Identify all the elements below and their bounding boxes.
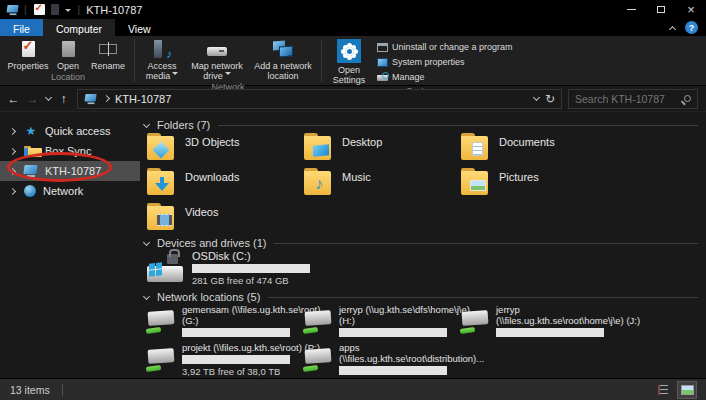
back-button[interactable]: ← — [4, 92, 23, 106]
ribbon-group-network: Access media Map network drive Add a net… — [135, 36, 321, 85]
manage-button[interactable]: Manage — [374, 70, 516, 84]
ribbon-group-location: Properties Open Rename Location — [2, 36, 134, 85]
breadcrumb-chevron-icon[interactable] — [103, 95, 110, 102]
map-network-drive-button[interactable]: Map network drive — [187, 39, 247, 81]
drive-name: OSDisk (C:) — [192, 250, 310, 262]
free-space-text: 3,92 TB free of 38,0 TB — [182, 366, 320, 377]
collapse-section-icon[interactable] — [143, 238, 150, 245]
network-tile-jerryp-h[interactable]: jerryp (\\ug.kth.se\dfs\home\j\e) (H:) — [303, 304, 458, 337]
forward-button[interactable]: → — [23, 92, 42, 106]
folder-tile-downloads[interactable]: Downloads — [146, 168, 298, 200]
ribbon-tab-row: File Computer View ? — [0, 19, 706, 36]
group-label-location: Location — [2, 71, 134, 85]
expand-chevron-icon[interactable] — [8, 129, 17, 134]
sidebar-item-network[interactable]: Network — [0, 181, 140, 201]
add-network-location-button[interactable]: Add a network location — [250, 39, 316, 81]
folder-tile-documents[interactable]: Documents — [460, 133, 612, 165]
qat-properties-icon[interactable] — [34, 4, 45, 15]
gear-icon — [345, 47, 354, 56]
tab-file[interactable]: File — [0, 19, 43, 36]
ribbon-group-system: Open Settings Uninstall or change a prog… — [322, 36, 521, 85]
address-dropdown-icon[interactable] — [533, 94, 540, 101]
picture-glyph-icon — [470, 180, 486, 191]
section-rule — [268, 297, 698, 298]
close-button[interactable]: × — [676, 0, 706, 19]
sidebar-item-quick-access[interactable]: ★ Quick access — [0, 121, 140, 141]
quick-access-star-icon: ★ — [24, 124, 38, 138]
uninstall-program-button[interactable]: Uninstall or change a program — [374, 40, 516, 54]
network-tile-jerryp-j[interactable]: jerryp (\\files.ug.kth.se\root\home\j\e)… — [460, 304, 615, 337]
section-rule — [218, 125, 698, 126]
status-bar: 13 items — [0, 378, 706, 400]
sidebar-item-this-pc[interactable]: KTH-10787 — [0, 161, 140, 181]
help-icon[interactable]: ? — [685, 21, 698, 34]
rename-button[interactable]: Rename — [87, 39, 129, 71]
breadcrumb[interactable]: KTH-10787 — [115, 93, 171, 105]
ribbon: Properties Open Rename Location Access m… — [0, 36, 706, 86]
folder-icon — [460, 133, 490, 161]
network-drive-icon — [460, 309, 490, 335]
this-pc-icon — [24, 165, 38, 177]
properties-button[interactable]: Properties — [7, 39, 49, 71]
drive-tile-osdisk[interactable]: OSDisk (C:) 281 GB free of 474 GB — [146, 250, 310, 286]
system-properties-button[interactable]: System properties — [374, 55, 516, 69]
network-drive-icon — [303, 347, 333, 373]
properties-icon — [22, 41, 35, 57]
folder-tile-desktop[interactable]: Desktop — [303, 133, 455, 165]
address-bar-row: ← → ↑ KTH-10787 ↻ — [0, 86, 706, 112]
address-field[interactable]: KTH-10787 ↻ — [77, 89, 562, 109]
qat-customize-caret-icon[interactable] — [65, 9, 71, 15]
refresh-icon[interactable]: ↻ — [545, 92, 555, 106]
explorer-window: | | KTH-10787 × File Computer View ? Pro… — [0, 0, 706, 400]
tab-view[interactable]: View — [115, 19, 164, 36]
qat-newfolder-icon[interactable] — [51, 4, 59, 15]
access-media-button[interactable]: Access media — [140, 39, 184, 81]
search-box[interactable] — [568, 89, 698, 109]
cube-glyph-icon — [153, 142, 170, 159]
network-drive-icon — [146, 309, 176, 335]
collapse-section-icon[interactable] — [143, 120, 150, 127]
capacity-bar — [182, 328, 290, 337]
document-glyph-icon — [472, 142, 483, 156]
up-button[interactable]: ↑ — [54, 92, 73, 106]
folder-tile-pictures[interactable]: Pictures — [460, 168, 612, 200]
tab-computer[interactable]: Computer — [43, 19, 115, 36]
folder-tile-videos[interactable]: Videos — [146, 203, 298, 235]
dropdown-caret-icon — [172, 72, 178, 78]
minimize-button[interactable] — [616, 0, 646, 19]
large-icons-view-button[interactable] — [678, 382, 696, 398]
main-area: ★ Quick access Box Sync KTH-10787 Networ… — [0, 112, 706, 378]
sidebar-item-box-sync[interactable]: Box Sync — [0, 141, 140, 161]
network-drive-icon — [146, 347, 176, 373]
recent-locations-icon[interactable] — [42, 95, 54, 102]
window-controls: × — [616, 0, 706, 19]
search-icon[interactable] — [684, 95, 691, 102]
search-input[interactable] — [575, 93, 684, 105]
large-icons-view-icon — [681, 385, 694, 395]
expand-chevron-icon[interactable] — [8, 169, 17, 174]
folder-icon — [460, 168, 490, 196]
qat-separator2: | — [78, 4, 81, 15]
collapse-section-icon[interactable] — [143, 292, 150, 299]
add-network-location-icon — [273, 41, 293, 57]
network-tile-projekt[interactable]: projekt (\\files.ug.kth.se\root) (P:) 3,… — [146, 342, 301, 377]
expand-chevron-icon[interactable] — [8, 189, 17, 194]
section-header-network-locations[interactable]: Network locations (5) — [144, 290, 698, 304]
capacity-bar — [496, 328, 604, 337]
open-settings-button[interactable]: Open Settings — [327, 39, 371, 85]
section-header-folders[interactable]: Folders (7) — [144, 118, 698, 132]
bitlocker-lock-icon — [167, 254, 178, 264]
network-drive-icon — [303, 309, 333, 335]
folder-tile-3d-objects[interactable]: 3D Objects — [146, 133, 298, 165]
details-view-button[interactable] — [654, 382, 672, 398]
network-globe-icon — [24, 185, 36, 197]
section-header-devices[interactable]: Devices and drives (1) — [144, 236, 698, 250]
network-tile-gemensam[interactable]: gemensam (\\files.ug.kth.se\root) (G:) — [146, 304, 301, 337]
folder-tile-music[interactable]: ♪ Music — [303, 168, 455, 200]
collapse-ribbon-icon[interactable] — [669, 25, 676, 32]
maximize-button[interactable] — [646, 0, 676, 19]
capacity-bar — [339, 328, 447, 337]
open-button[interactable]: Open — [52, 39, 84, 71]
expand-chevron-icon[interactable] — [8, 149, 17, 154]
network-tile-apps[interactable]: apps (\\files.ug.kth.se\root\distributio… — [303, 342, 458, 375]
